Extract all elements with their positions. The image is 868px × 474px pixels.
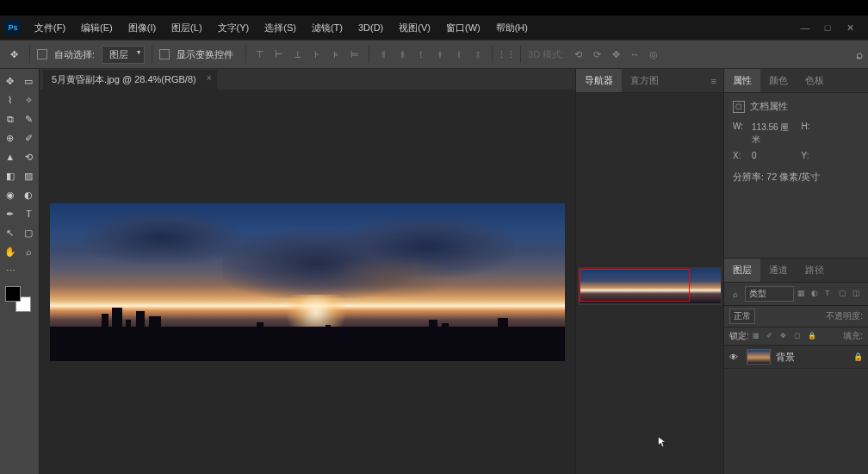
zoom-tool[interactable]: ⌕ [21,243,38,260]
align-hcenter-icon[interactable]: ⊧ [329,47,343,61]
tab-swatches[interactable]: 色板 [797,69,833,92]
navigator-panel-tabs: 导航器 直方图 ≡ [576,69,723,93]
brush-tool[interactable]: ✐ [21,129,38,147]
marquee-tool[interactable]: ▭ [21,72,38,90]
align-left-icon[interactable]: ⊦ [310,47,324,61]
menu-file[interactable]: 文件(F) [28,18,72,38]
lasso-tool[interactable]: ⌇ [2,91,19,109]
tab-layers[interactable]: 图层 [724,259,760,282]
navigator-panel-menu[interactable]: ≡ [704,76,723,86]
x-label: X: [733,151,743,160]
dodge-tool[interactable]: ◐ [21,186,38,203]
lock-artboard-icon[interactable]: ▢ [794,332,803,341]
tab-paths[interactable]: 路径 [797,259,833,282]
distribute-vcenter-icon[interactable]: ⫵ [395,47,409,61]
distribute-bottom-icon[interactable]: ⫶ [414,47,428,61]
align-bottom-icon[interactable]: ⊥ [291,47,305,61]
filter-smart-icon[interactable]: ◫ [852,289,863,299]
type-tool[interactable]: T [21,205,38,222]
maximize-button[interactable]: □ [822,22,834,34]
lock-transparent-icon[interactable]: ▦ [753,332,762,341]
menu-edit[interactable]: 编辑(E) [74,18,120,38]
distribute-hcenter-icon[interactable]: ⫲ [452,47,466,61]
canvas-image [50,203,565,361]
3d-slide-icon[interactable]: ↔ [628,47,642,61]
hand-tool[interactable]: ✋ [2,243,19,260]
lock-label: 锁定: [729,330,749,342]
tab-navigator[interactable]: 导航器 [576,69,622,92]
layer-item-background[interactable]: 👁 背景 🔒 [724,346,868,369]
minimize-button[interactable]: — [799,22,811,34]
document-tab-close[interactable]: × [207,73,212,83]
close-button[interactable]: ✕ [844,22,856,34]
filter-adjust-icon[interactable]: ◐ [811,289,822,299]
foreground-color[interactable] [5,286,21,302]
align-vcenter-icon[interactable]: ⊢ [272,47,286,61]
visibility-icon[interactable]: 👁 [729,352,741,362]
lock-position-icon[interactable]: ✥ [780,332,790,341]
menu-help[interactable]: 帮助(H) [489,18,535,38]
path-tool[interactable]: ↖ [2,224,19,241]
auto-align-icon[interactable]: ⋮⋮ [499,47,513,61]
3d-roll-icon[interactable]: ⟳ [590,47,604,61]
heal-tool[interactable]: ⊕ [2,129,19,147]
tab-properties[interactable]: 属性 [724,69,760,92]
eyedropper-tool[interactable]: ✎ [21,110,38,128]
lock-pixels-icon[interactable]: ✐ [766,332,776,341]
distribute-top-icon[interactable]: ⫴ [376,47,390,61]
align-top-icon[interactable]: ⊤ [253,47,267,61]
auto-select-target-dropdown[interactable]: 图层 [102,46,145,64]
history-brush-tool[interactable]: ⟲ [21,148,38,165]
menu-image[interactable]: 图像(I) [121,18,163,38]
auto-select-checkbox[interactable] [37,49,47,59]
document-tab[interactable]: 5月黄昏副本.jpg @ 28.4%(RGB/8) × [43,70,217,90]
move-tool[interactable]: ✥ [2,72,19,90]
navigator-thumbnail[interactable] [580,269,721,303]
color-swatches[interactable] [5,286,31,312]
distribute-left-icon[interactable]: ⫳ [433,47,447,61]
show-transform-checkbox[interactable] [159,49,170,59]
edit-toolbar[interactable]: ⋯ [2,262,19,279]
tab-color[interactable]: 颜色 [760,69,797,92]
menu-3d[interactable]: 3D(D) [351,19,390,36]
layer-thumbnail[interactable] [747,349,771,365]
navigator-viewport[interactable] [580,269,690,302]
menu-view[interactable]: 视图(V) [392,18,437,38]
layer-search-icon[interactable]: ⌕ [729,288,741,300]
menu-layer[interactable]: 图层(L) [164,18,208,38]
3d-pan-icon[interactable]: ✥ [609,47,623,61]
tab-channels[interactable]: 通道 [760,259,797,282]
wand-tool[interactable]: ✧ [21,91,38,109]
document-properties-label: 文档属性 [750,100,788,113]
search-icon[interactable]: ⌕ [856,47,863,61]
distribute-right-icon[interactable]: ⫱ [471,47,485,61]
stamp-tool[interactable]: ▲ [2,148,19,165]
menu-filter[interactable]: 滤镜(T) [305,18,350,38]
lock-all-icon[interactable]: 🔒 [808,332,817,341]
3d-orbit-icon[interactable]: ⟲ [571,47,585,61]
ps-logo: Ps [5,20,21,35]
menu-select[interactable]: 选择(S) [257,18,303,38]
filter-pixel-icon[interactable]: ▦ [797,289,808,299]
align-right-icon[interactable]: ⊨ [348,47,362,61]
layer-filter-dropdown[interactable]: 类型 [745,286,794,302]
shape-tool[interactable]: ▢ [21,224,38,241]
canvas-area[interactable] [40,90,575,474]
tab-histogram[interactable]: 直方图 [622,69,667,92]
layer-lock-icon[interactable]: 🔒 [853,352,863,361]
toolbox: ✥▭ ⌇✧ ⧉✎ ⊕✐ ▲⟲ ◧▨ ◉◐ ✒T ↖▢ ✋⌕ ⋯ [0,69,40,474]
menu-window[interactable]: 窗口(W) [439,18,487,38]
align-icons: ⊤ ⊢ ⊥ ⊦ ⊧ ⊨ [253,47,362,61]
3d-zoom-icon[interactable]: ◎ [647,47,660,61]
filter-type-icon[interactable]: T [825,289,835,299]
y-label: Y: [802,151,810,160]
crop-tool[interactable]: ⧉ [2,110,19,128]
gradient-tool[interactable]: ▨ [21,167,38,184]
eraser-tool[interactable]: ◧ [2,167,19,184]
filter-shape-icon[interactable]: ▢ [839,289,849,299]
menu-type[interactable]: 文字(Y) [211,18,257,38]
x-value: 0 [752,151,792,160]
blend-mode-dropdown[interactable]: 正常 [729,309,755,324]
pen-tool[interactable]: ✒ [2,205,19,222]
blur-tool[interactable]: ◉ [2,186,19,203]
